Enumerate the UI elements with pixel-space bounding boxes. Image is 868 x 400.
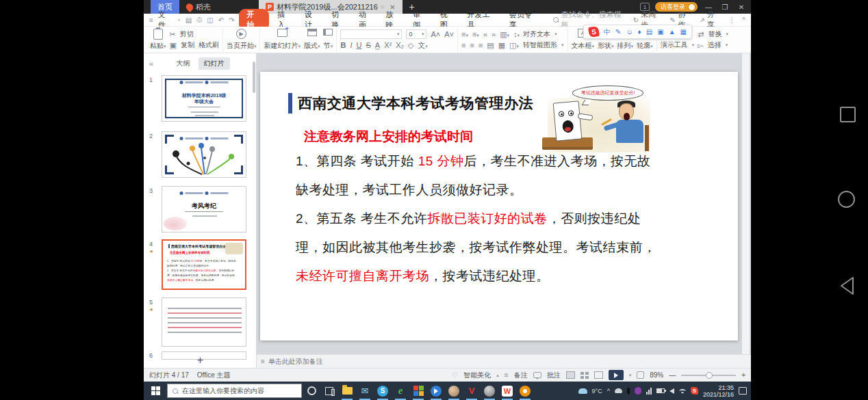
to-smartart-button[interactable]: 转智能图形	[523, 40, 557, 50]
tab-outline[interactable]: 大纲	[171, 57, 196, 70]
tab-docer[interactable]: 稻壳	[179, 0, 218, 14]
select-button[interactable]: 选择	[708, 40, 722, 50]
align-center-icon[interactable]: ≡	[470, 42, 474, 49]
format-painter-button[interactable]: 格式刷	[199, 40, 219, 50]
weather-icon[interactable]	[578, 388, 587, 394]
sogou-tray-icon[interactable]: S	[691, 387, 698, 395]
justify-icon[interactable]: ▤	[487, 42, 494, 49]
orange-app-button[interactable]	[517, 382, 533, 400]
char-spacing-icon[interactable]: 文▾	[418, 40, 428, 51]
cortana-button[interactable]	[303, 382, 320, 400]
ime-toolbox-icon[interactable]: ▲	[669, 28, 676, 36]
canvas-scrollbar[interactable]	[742, 53, 750, 354]
mail-button[interactable]: ✉	[357, 382, 373, 400]
font-size-input[interactable]: 0▾	[406, 29, 426, 39]
android-recents-button[interactable]	[840, 107, 856, 122]
beautify-button[interactable]: 智能美化	[463, 371, 491, 380]
taskbar-search[interactable]: 在这里输入你要搜索的内容	[167, 384, 302, 398]
comments-button[interactable]: 批注	[547, 371, 561, 380]
meeting-app-button[interactable]	[481, 382, 498, 400]
clear-format-icon[interactable]: ◇	[408, 41, 413, 50]
zoom-slider[interactable]	[681, 375, 736, 376]
more-icon[interactable]: ⋮	[728, 16, 735, 24]
layout-button[interactable]: 版式▾	[304, 29, 320, 51]
normal-view-button[interactable]	[566, 371, 575, 379]
panel-collapse-icon[interactable]: «	[149, 59, 153, 68]
notes-bar[interactable]: ≡ 单击此处添加备注	[257, 354, 751, 368]
reading-view-button[interactable]	[594, 371, 603, 379]
zoom-in-button[interactable]: +	[741, 371, 745, 379]
slide-thumbnail-1[interactable]: 材料学院本科2019级年级大会	[162, 75, 246, 122]
columns-icon[interactable]: ◫▾	[509, 42, 519, 49]
copy-button[interactable]: 复制	[181, 40, 194, 50]
wifi-icon[interactable]	[679, 389, 686, 393]
android-back-button[interactable]	[838, 276, 857, 296]
strikethrough-icon[interactable]: S	[366, 41, 370, 49]
distribute-icon[interactable]: ▦	[498, 42, 505, 49]
zoom-level[interactable]: 89%	[650, 371, 663, 379]
collapse-ribbon-icon[interactable]: ^	[742, 16, 745, 24]
fit-to-window-icon[interactable]	[637, 371, 644, 379]
slideshow-play-button[interactable]	[609, 370, 624, 380]
section-button[interactable]: 节▾	[323, 29, 333, 51]
hamburger-icon[interactable]: ≡	[149, 16, 153, 24]
ime-keyboard-icon[interactable]: ▤	[646, 28, 652, 36]
start-button[interactable]	[144, 382, 167, 400]
notification-center-icon[interactable]	[739, 387, 747, 395]
font-name-input[interactable]: ▾	[340, 29, 402, 39]
indent-icon[interactable]: »	[492, 31, 496, 38]
align-text-button[interactable]: 对齐文本	[523, 29, 550, 39]
slide-thumbnail-2[interactable]	[162, 131, 246, 178]
superscript-icon[interactable]: X²	[384, 41, 392, 49]
panel-scrollbar[interactable]	[253, 62, 255, 93]
android-home-button[interactable]	[838, 191, 855, 208]
current-slide[interactable]: 西南交通大学本科考试考场管理办法 注意教务网上安排的考试时间	[260, 72, 738, 341]
bullets-icon[interactable]: ≡▾	[461, 31, 468, 38]
v-app-button[interactable]: V	[463, 382, 480, 400]
ime-clipboard-icon[interactable]: ▣	[657, 28, 663, 36]
ime-pen-icon[interactable]: ✎	[615, 28, 621, 36]
align-left-icon[interactable]: ≡	[461, 42, 465, 49]
slide-thumbnail-4-selected[interactable]: 西南交通大学本科考试考场管理办法 注意教务网上安排的考试时间 1、第四条 考试开…	[162, 239, 246, 290]
zoom-slider-knob[interactable]	[706, 372, 713, 379]
ime-mic-icon[interactable]: ♦	[638, 28, 641, 36]
outdent-icon[interactable]: «	[483, 31, 487, 38]
microphone-icon[interactable]	[627, 388, 630, 394]
sorter-view-button[interactable]	[580, 372, 589, 379]
present-tools-button[interactable]: 演示工具	[661, 40, 688, 50]
ime-emoji-icon[interactable]: ☺	[626, 28, 633, 36]
slide-thumbnail-5[interactable]	[162, 297, 246, 347]
ime-skin-icon[interactable]: ▦	[680, 28, 687, 36]
text-direction-icon[interactable]: ▥▾	[500, 31, 509, 38]
signal-icon[interactable]	[646, 388, 652, 395]
font-color-icon[interactable]: A	[375, 41, 380, 49]
qq-icon[interactable]	[635, 387, 641, 395]
italic-icon[interactable]: I	[350, 41, 352, 49]
grow-font-icon[interactable]: A˄	[431, 30, 440, 38]
subscript-icon[interactable]: X₂	[396, 41, 404, 49]
chat-app-button[interactable]	[446, 382, 462, 400]
wps-button[interactable]: W	[499, 382, 515, 400]
clock[interactable]: 21:352021/12/16	[703, 384, 734, 398]
ie-button[interactable]: e	[392, 382, 409, 400]
numbering-icon[interactable]: ≡▾	[472, 31, 479, 38]
redo-icon[interactable]: ↷	[229, 16, 234, 24]
replace-button[interactable]: 替换	[708, 29, 722, 39]
print-icon[interactable]: ⎙	[196, 16, 202, 24]
skype-button[interactable]: S	[374, 382, 391, 400]
play-current-button[interactable]: ▶ 当页开始▾	[227, 29, 257, 51]
slide-thumbnail-3[interactable]: 考风考纪	[162, 186, 246, 232]
tray-expand-icon[interactable]: ^	[607, 388, 610, 395]
sogou-logo-icon[interactable]: S	[588, 26, 600, 38]
task-view-button[interactable]	[321, 382, 337, 400]
ime-lang-icon[interactable]: 中	[604, 27, 611, 37]
notes-toggle-button[interactable]: 备注	[514, 371, 528, 380]
new-slide-button[interactable]: 新建幻灯片▾	[264, 29, 301, 51]
underline-icon[interactable]: U	[356, 41, 361, 49]
ime-toolbar[interactable]: S 中 ✎ ☺ ♦ ▤ ▣ ▲ ▦	[583, 25, 692, 39]
volume-icon[interactable]	[669, 388, 674, 394]
battery-icon[interactable]	[656, 388, 665, 393]
shrink-font-icon[interactable]: A˅	[444, 30, 454, 38]
bold-icon[interactable]: B	[340, 41, 346, 49]
undo-icon[interactable]: ↶	[218, 16, 224, 24]
